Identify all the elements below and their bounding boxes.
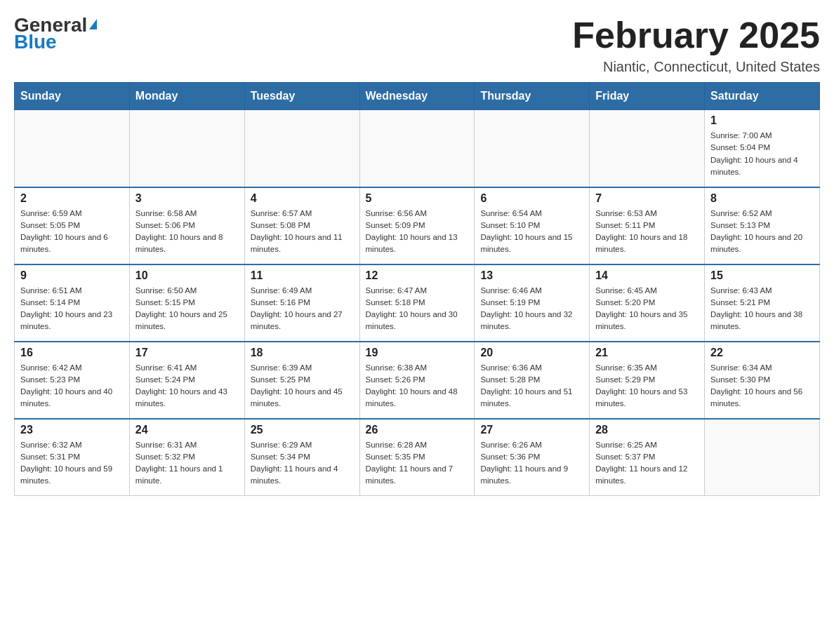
day-info: Sunrise: 6:52 AMSunset: 5:13 PMDaylight:… <box>710 208 814 256</box>
day-info: Sunrise: 6:54 AMSunset: 5:10 PMDaylight:… <box>480 208 583 256</box>
calendar-cell: 14Sunrise: 6:45 AMSunset: 5:20 PMDayligh… <box>590 264 705 342</box>
day-number: 28 <box>595 424 699 436</box>
calendar-cell: 19Sunrise: 6:38 AMSunset: 5:26 PMDayligh… <box>359 342 475 419</box>
header-thursday: Thursday <box>475 83 590 110</box>
day-number: 15 <box>710 269 814 282</box>
calendar-cell: 10Sunrise: 6:50 AMSunset: 5:15 PMDayligh… <box>129 264 244 342</box>
day-number: 12 <box>366 269 469 282</box>
day-number: 1 <box>710 114 814 127</box>
calendar-week-row: 2Sunrise: 6:59 AMSunset: 5:05 PMDaylight… <box>15 187 820 264</box>
calendar-cell: 5Sunrise: 6:56 AMSunset: 5:09 PMDaylight… <box>359 187 475 264</box>
header-saturday: Saturday <box>705 83 820 110</box>
calendar-cell <box>475 110 590 187</box>
calendar-week-row: 16Sunrise: 6:42 AMSunset: 5:23 PMDayligh… <box>15 342 820 419</box>
day-info: Sunrise: 6:26 AMSunset: 5:36 PMDaylight:… <box>480 439 583 488</box>
day-number: 21 <box>595 347 699 359</box>
day-number: 23 <box>20 424 124 436</box>
day-number: 14 <box>595 269 699 282</box>
calendar-cell: 2Sunrise: 6:59 AMSunset: 5:05 PMDaylight… <box>15 187 130 264</box>
day-info: Sunrise: 6:51 AMSunset: 5:14 PMDaylight:… <box>20 285 124 333</box>
day-info: Sunrise: 6:32 AMSunset: 5:31 PMDaylight:… <box>20 439 124 488</box>
calendar-table: Sunday Monday Tuesday Wednesday Thursday… <box>14 82 820 496</box>
calendar-cell: 22Sunrise: 6:34 AMSunset: 5:30 PMDayligh… <box>705 342 820 419</box>
day-number: 25 <box>251 424 354 436</box>
day-info: Sunrise: 6:57 AMSunset: 5:08 PMDaylight:… <box>251 208 354 256</box>
calendar-cell: 12Sunrise: 6:47 AMSunset: 5:18 PMDayligh… <box>359 264 475 342</box>
calendar-cell: 25Sunrise: 6:29 AMSunset: 5:34 PMDayligh… <box>244 419 359 496</box>
calendar-cell: 11Sunrise: 6:49 AMSunset: 5:16 PMDayligh… <box>244 264 359 342</box>
day-info: Sunrise: 6:46 AMSunset: 5:19 PMDaylight:… <box>480 285 583 333</box>
day-number: 19 <box>366 347 469 359</box>
calendar-cell: 1Sunrise: 7:00 AMSunset: 5:04 PMDaylight… <box>705 110 820 187</box>
day-info: Sunrise: 6:31 AMSunset: 5:32 PMDaylight:… <box>135 439 239 488</box>
day-info: Sunrise: 6:47 AMSunset: 5:18 PMDaylight:… <box>366 285 469 333</box>
day-info: Sunrise: 6:41 AMSunset: 5:24 PMDaylight:… <box>135 362 239 410</box>
day-number: 24 <box>135 424 239 436</box>
day-number: 9 <box>20 269 124 282</box>
calendar-cell: 8Sunrise: 6:52 AMSunset: 5:13 PMDaylight… <box>705 187 820 264</box>
day-number: 3 <box>135 192 239 205</box>
day-number: 7 <box>595 192 699 205</box>
day-number: 26 <box>366 424 469 436</box>
day-info: Sunrise: 6:39 AMSunset: 5:25 PMDaylight:… <box>251 362 354 410</box>
calendar-cell: 17Sunrise: 6:41 AMSunset: 5:24 PMDayligh… <box>129 342 244 419</box>
location-text: Niantic, Connecticut, United States <box>572 59 820 75</box>
logo: General Blue <box>14 14 97 53</box>
day-info: Sunrise: 6:36 AMSunset: 5:28 PMDaylight:… <box>480 362 583 410</box>
header-monday: Monday <box>129 83 244 110</box>
day-info: Sunrise: 6:34 AMSunset: 5:30 PMDaylight:… <box>710 362 814 410</box>
day-number: 20 <box>480 347 583 359</box>
calendar-week-row: 23Sunrise: 6:32 AMSunset: 5:31 PMDayligh… <box>15 419 820 496</box>
header-friday: Friday <box>590 83 705 110</box>
month-title: February 2025 <box>572 14 820 56</box>
day-info: Sunrise: 6:42 AMSunset: 5:23 PMDaylight:… <box>20 362 124 410</box>
calendar-cell: 9Sunrise: 6:51 AMSunset: 5:14 PMDaylight… <box>15 264 130 342</box>
calendar-cell <box>129 110 244 187</box>
calendar-cell: 15Sunrise: 6:43 AMSunset: 5:21 PMDayligh… <box>705 264 820 342</box>
day-info: Sunrise: 6:29 AMSunset: 5:34 PMDaylight:… <box>251 439 354 488</box>
calendar-cell <box>15 110 130 187</box>
day-info: Sunrise: 6:28 AMSunset: 5:35 PMDaylight:… <box>366 439 469 488</box>
logo-blue-text: Blue <box>14 31 57 53</box>
calendar-cell: 18Sunrise: 6:39 AMSunset: 5:25 PMDayligh… <box>244 342 359 419</box>
day-info: Sunrise: 6:58 AMSunset: 5:06 PMDaylight:… <box>135 208 239 256</box>
calendar-cell: 20Sunrise: 6:36 AMSunset: 5:28 PMDayligh… <box>475 342 590 419</box>
day-info: Sunrise: 6:53 AMSunset: 5:11 PMDaylight:… <box>595 208 699 256</box>
day-number: 27 <box>480 424 583 436</box>
day-info: Sunrise: 6:59 AMSunset: 5:05 PMDaylight:… <box>20 208 124 256</box>
day-number: 18 <box>251 347 354 359</box>
day-number: 4 <box>251 192 354 205</box>
calendar-cell: 26Sunrise: 6:28 AMSunset: 5:35 PMDayligh… <box>359 419 475 496</box>
calendar-cell <box>359 110 475 187</box>
calendar-week-row: 9Sunrise: 6:51 AMSunset: 5:14 PMDaylight… <box>15 264 820 342</box>
day-number: 10 <box>135 269 239 282</box>
calendar-cell: 13Sunrise: 6:46 AMSunset: 5:19 PMDayligh… <box>475 264 590 342</box>
calendar-cell: 16Sunrise: 6:42 AMSunset: 5:23 PMDayligh… <box>15 342 130 419</box>
calendar-cell: 23Sunrise: 6:32 AMSunset: 5:31 PMDayligh… <box>15 419 130 496</box>
header-wednesday: Wednesday <box>359 83 475 110</box>
day-info: Sunrise: 6:38 AMSunset: 5:26 PMDaylight:… <box>366 362 469 410</box>
header-sunday: Sunday <box>15 83 130 110</box>
calendar-cell: 24Sunrise: 6:31 AMSunset: 5:32 PMDayligh… <box>129 419 244 496</box>
calendar-cell: 21Sunrise: 6:35 AMSunset: 5:29 PMDayligh… <box>590 342 705 419</box>
title-section: February 2025 Niantic, Connecticut, Unit… <box>572 14 820 75</box>
day-number: 17 <box>135 347 239 359</box>
day-info: Sunrise: 6:49 AMSunset: 5:16 PMDaylight:… <box>251 285 354 333</box>
day-info: Sunrise: 6:43 AMSunset: 5:21 PMDaylight:… <box>710 285 814 333</box>
day-number: 13 <box>480 269 583 282</box>
calendar-cell: 6Sunrise: 6:54 AMSunset: 5:10 PMDaylight… <box>475 187 590 264</box>
day-info: Sunrise: 6:25 AMSunset: 5:37 PMDaylight:… <box>595 439 699 488</box>
calendar-cell: 28Sunrise: 6:25 AMSunset: 5:37 PMDayligh… <box>590 419 705 496</box>
calendar-cell <box>244 110 359 187</box>
page-header: General Blue February 2025 Niantic, Conn… <box>14 14 820 75</box>
header-tuesday: Tuesday <box>244 83 359 110</box>
day-number: 2 <box>20 192 124 205</box>
day-number: 6 <box>480 192 583 205</box>
day-number: 11 <box>251 269 354 282</box>
day-info: Sunrise: 6:50 AMSunset: 5:15 PMDaylight:… <box>135 285 239 333</box>
calendar-cell <box>705 419 820 496</box>
calendar-cell <box>590 110 705 187</box>
day-info: Sunrise: 6:56 AMSunset: 5:09 PMDaylight:… <box>366 208 469 256</box>
calendar-header-row: Sunday Monday Tuesday Wednesday Thursday… <box>15 83 820 110</box>
day-number: 16 <box>20 347 124 359</box>
